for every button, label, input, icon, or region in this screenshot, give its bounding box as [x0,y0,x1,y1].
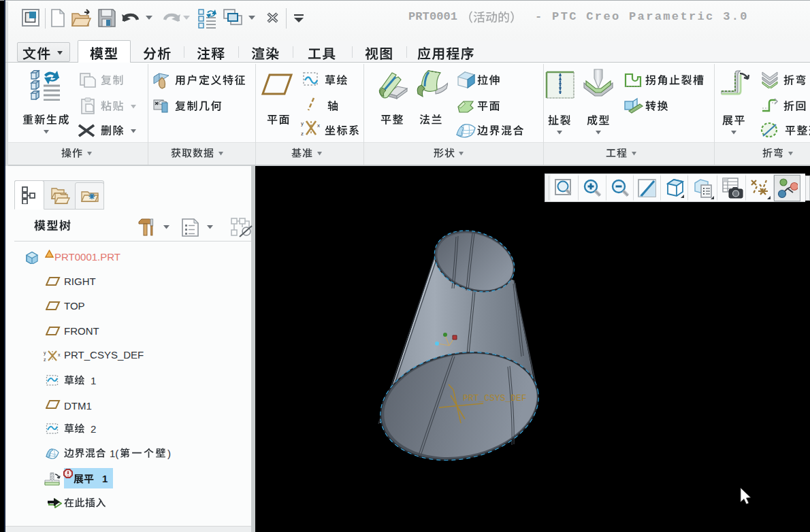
svg-text:x: x [317,122,320,129]
svg-text:x: x [58,352,61,357]
svg-text:z: z [44,357,46,362]
svg-text:z: z [301,131,304,137]
svg-text:y: y [301,120,304,127]
svg-text:PRT_CSYS_DEF: PRT_CSYS_DEF [463,393,527,403]
svg-text:y: y [44,350,46,356]
